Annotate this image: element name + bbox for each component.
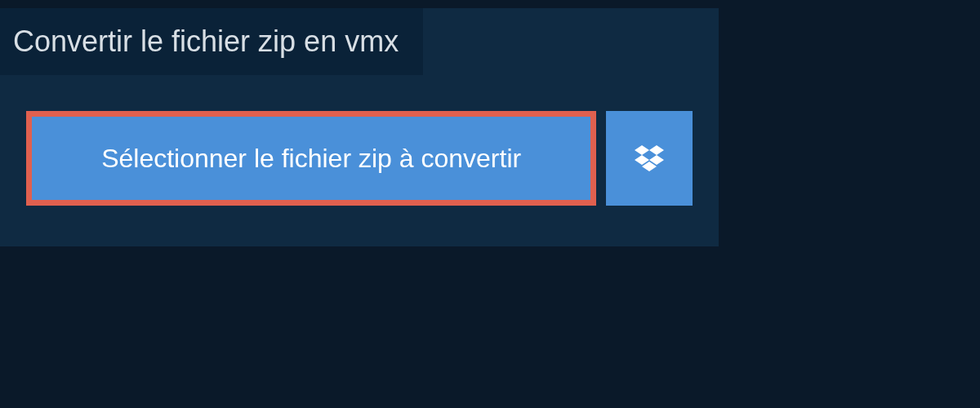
select-file-label: Sélectionner le fichier zip à convertir [101, 144, 521, 174]
select-file-button[interactable]: Sélectionner le fichier zip à convertir [26, 111, 596, 206]
converter-panel: Convertir le fichier zip en vmx Sélectio… [0, 8, 719, 246]
button-row: Sélectionner le fichier zip à convertir [0, 75, 719, 232]
title-tab: Convertir le fichier zip en vmx [0, 8, 423, 75]
dropbox-icon [635, 145, 664, 171]
dropbox-button[interactable] [606, 111, 693, 206]
page-title: Convertir le fichier zip en vmx [13, 24, 399, 58]
